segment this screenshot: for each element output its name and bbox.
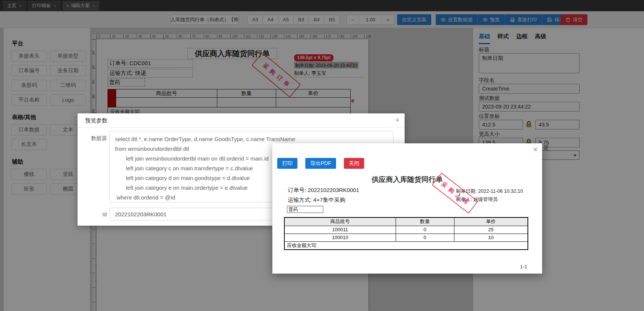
preview-item-table: 商品批号 数量 单价 100011 0 25 100010 0 10 应收金额大…: [284, 217, 528, 250]
preview-transport: 运输方式: 4+7集中采购: [288, 196, 345, 204]
preview-drug-type: 普药: [287, 206, 323, 213]
cell-qty: 0: [396, 234, 454, 241]
cell-price: 10: [454, 234, 528, 241]
close-icon[interactable]: ×: [533, 145, 538, 154]
id-label: Id: [96, 211, 107, 217]
preview-doc-title: 供应商入库随货同行单: [272, 175, 542, 185]
page-number: 1-1: [520, 264, 527, 269]
export-pdf-button[interactable]: 导出PDF: [305, 158, 336, 169]
cell-batch: 100010: [284, 234, 396, 241]
table-row: 100011 0 25: [284, 226, 528, 234]
print-preview-modal: × 打印 导出PDF 关闭 供应商入库随货同行单 订单号: 2022102203…: [272, 143, 542, 274]
preview-order-no: 订单号: 2022102203RK0001: [288, 187, 359, 194]
modal-header: 预览参数 ×: [78, 113, 405, 128]
close-preview-button[interactable]: 关闭: [344, 158, 364, 169]
app-screen: 主页 × 打印模板 × ● 编辑方案 × 入库随货同行单（列表式）【带 A3 A…: [0, 0, 644, 311]
cell-price: 25: [454, 226, 528, 234]
preview-footer-cell: 应收金额大写:: [284, 241, 528, 250]
close-icon[interactable]: ×: [395, 116, 399, 124]
preview-col-batch: 商品批号: [284, 217, 396, 226]
preview-col-qty: 数量: [396, 217, 454, 226]
datasource-label: 数据源: [88, 135, 107, 142]
print-button[interactable]: 打印: [277, 158, 297, 169]
table-row: 100010 0 10: [284, 234, 528, 241]
preview-col-price: 单价: [454, 217, 528, 226]
preview-actions: 打印 导出PDF 关闭: [277, 158, 364, 169]
modal-title: 预览参数: [85, 113, 108, 128]
cell-qty: 0: [396, 226, 454, 234]
cell-batch: 100011: [284, 226, 396, 234]
